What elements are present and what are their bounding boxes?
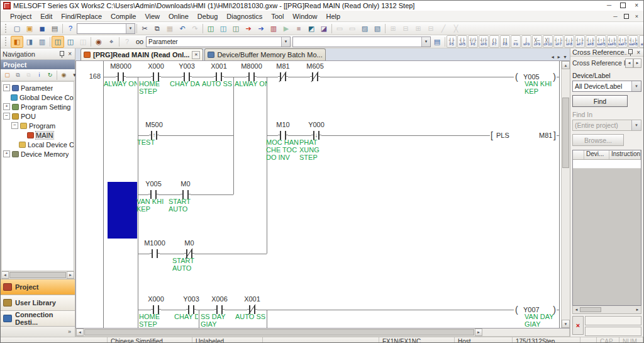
tree-item-program-setting[interactable]: +Program Setting — [2, 102, 74, 111]
function-block-selection-toggle-icon[interactable]: ◨ — [23, 36, 36, 48]
menu-find-replace[interactable]: Find/Replace — [57, 12, 106, 21]
duplicate-icon[interactable]: ⧉ — [13, 70, 23, 81]
statement-display-icon[interactable]: ◫ — [64, 36, 77, 48]
menu-help[interactable]: Help — [321, 12, 345, 21]
ladder-symbol-pulse-close-icon[interactable]: ┤↓├saF6 — [607, 35, 617, 48]
collapse-icon[interactable]: − — [3, 113, 10, 120]
scroll-right-icon[interactable]: ► — [475, 329, 482, 336]
find-device-dropdown-icon[interactable]: ⌖ — [105, 36, 118, 48]
paste-object-icon[interactable]: ⧉ — [23, 70, 34, 81]
tree-item-local-device-comment[interactable]: Local Device Comment — [2, 140, 74, 149]
mdi-minimize-icon[interactable]: ─ — [613, 13, 617, 20]
navigation-expander[interactable]: » — [1, 326, 75, 337]
verify-with-plc-icon[interactable]: ▥ — [267, 23, 280, 35]
scrollbar-thumb[interactable] — [580, 307, 601, 312]
scroll-right-icon[interactable]: ► — [634, 306, 641, 313]
ladder-symbol-horizontal-line-icon[interactable]: ─F9 — [511, 35, 521, 48]
chevron-down-icon[interactable]: ▼ — [281, 37, 290, 47]
help2-icon[interactable]: ? — [121, 36, 133, 48]
close-button-icon[interactable]: × — [635, 1, 638, 10]
device-batch-monitor-icon[interactable]: ◫ — [217, 23, 230, 35]
scrollbar-thumb[interactable] — [84, 329, 474, 335]
ladder-symbol-open-contact-icon[interactable]: ┤├F5 — [447, 35, 457, 48]
pin-icon[interactable] — [58, 50, 65, 58]
pane-scroll-right-icon[interactable]: ► — [633, 59, 641, 68]
menu-diagnostics[interactable]: Diagnostics — [222, 12, 267, 21]
instruction-pls-m81[interactable]: [PLSM81] — [490, 130, 557, 141]
chevron-down-icon[interactable]: ▼ — [126, 24, 135, 33]
navigation-window-toggle-icon[interactable]: ◧ — [11, 36, 23, 48]
scroll-right-icon[interactable]: ► — [67, 271, 74, 279]
scroll-left-icon[interactable]: ◄ — [1, 271, 9, 279]
paste-icon[interactable]: ▦ — [164, 23, 176, 35]
pane-scroll-left-icon[interactable]: ◄ — [625, 59, 633, 68]
tree-item-main[interactable]: MAIN — [2, 130, 74, 140]
expand-icon[interactable]: + — [3, 103, 10, 110]
tab-close-icon[interactable]: × — [192, 51, 200, 59]
tab-scroll-left-icon[interactable]: ◄ — [550, 55, 555, 59]
close-icon[interactable]: × — [68, 50, 72, 57]
tree-item-program[interactable]: −Program — [2, 121, 74, 130]
editor-horizontal-scrollbar[interactable]: ◄ ► — [75, 329, 570, 337]
nav-user-library-button[interactable]: User Library — [1, 295, 75, 310]
ladder-symbol-rising-pulse-branch-icon[interactable]: ┤↑├aF7 — [575, 35, 585, 48]
mdi-close-icon[interactable]: × — [635, 13, 638, 20]
statement-icon[interactable]: ▭ — [333, 23, 346, 35]
edit-line-icon[interactable]: ╱ — [437, 23, 450, 35]
menu-view[interactable]: View — [140, 12, 164, 21]
delete-line-icon[interactable]: ╳ — [450, 23, 462, 35]
ladder-symbol-coil-icon[interactable]: ( )F7 — [489, 35, 499, 48]
redo-icon[interactable]: ↷ — [189, 23, 201, 35]
ladder-symbol-falling-pulse-branch-icon[interactable]: ┤↓├aF8 — [586, 35, 596, 48]
help-icon[interactable]: ? — [64, 23, 77, 35]
monitor-mode-icon[interactable]: ▶ — [280, 23, 292, 35]
chevron-down-icon[interactable]: ▼ — [631, 81, 641, 91]
mdi-restore-icon[interactable] — [624, 13, 629, 20]
program-check-icon[interactable]: ▨ — [358, 23, 371, 35]
build-icon[interactable]: ▧ — [371, 23, 384, 35]
device-display-icon[interactable]: ◫ — [204, 23, 217, 35]
minimize-button-icon[interactable]: ─ — [607, 1, 611, 10]
output-window-toggle-icon[interactable]: ▥ — [36, 36, 48, 48]
scroll-left-icon[interactable]: ◄ — [573, 306, 580, 313]
device-combo[interactable]: ▼ — [292, 37, 431, 47]
write-to-plc-icon[interactable]: ➔ — [242, 23, 255, 35]
ladder-symbol-open-branch-icon[interactable]: ┤├sF5 — [457, 35, 467, 48]
ladder-editor-canvas[interactable]: 168M8000X000Y003X001M8000M81M605↑M500M10… — [75, 60, 570, 329]
ladder-symbol-pulse-close-branch-icon[interactable]: ┤↓├saF8 — [628, 35, 638, 48]
expand-icon[interactable]: + — [3, 150, 10, 157]
menu-compile[interactable]: Compile — [106, 12, 140, 21]
menu-debug[interactable]: Debug — [193, 12, 222, 21]
note-icon[interactable]: ▭ — [346, 23, 358, 35]
save-project-icon[interactable]: ◼ — [36, 23, 48, 35]
copy-icon[interactable]: ⧉ — [151, 23, 164, 35]
tree-item-device-memory[interactable]: +Device Memory — [2, 149, 74, 159]
project-data-combo[interactable]: Parameter▼ — [146, 37, 291, 47]
menu-edit[interactable]: Edit — [36, 12, 57, 21]
ladder-symbol-close-contact-icon[interactable]: ┤/├F6 — [468, 35, 478, 48]
close-icon[interactable]: × — [636, 49, 640, 56]
ladder-symbol-vertical-line-icon[interactable]: │sF9 — [521, 35, 531, 48]
zoom-icon[interactable]: ▤ — [431, 36, 443, 48]
tab-scroll-right-icon[interactable]: ► — [557, 55, 561, 59]
scroll-down-icon[interactable]: ▼ — [562, 320, 570, 328]
undo-icon[interactable]: ↶ — [176, 23, 189, 35]
monitor-stop-icon[interactable]: ■ — [292, 23, 305, 35]
open-project-icon[interactable]: ▣ — [23, 23, 36, 35]
print-icon[interactable]: ▤ — [48, 23, 61, 35]
cross-reference-results-table[interactable]: Devi... Instruction — [572, 150, 641, 306]
note-display-icon[interactable]: ◫ — [77, 36, 89, 48]
tree-item-pou[interactable]: −POU — [2, 111, 74, 121]
find-icon[interactable]: oo — [133, 36, 146, 48]
insert-row-icon[interactable]: ⊞ — [387, 23, 399, 35]
menu-window[interactable]: Window — [288, 12, 321, 21]
contact-m1000[interactable] — [150, 249, 160, 259]
cut-icon[interactable]: ✂ — [138, 23, 151, 35]
new-object-icon[interactable]: ▢ — [2, 70, 13, 81]
device-display-dropdown-icon[interactable]: ◉ — [92, 36, 105, 48]
delete-row-icon[interactable]: ⊟ — [399, 23, 412, 35]
ladder-symbol-pulse-open-icon[interactable]: ┤↑├saF5 — [596, 35, 606, 48]
simulation-icon[interactable]: ◪ — [318, 23, 330, 35]
device-test-icon[interactable]: ◩ — [305, 23, 318, 35]
menu-tool[interactable]: Tool — [267, 12, 288, 21]
